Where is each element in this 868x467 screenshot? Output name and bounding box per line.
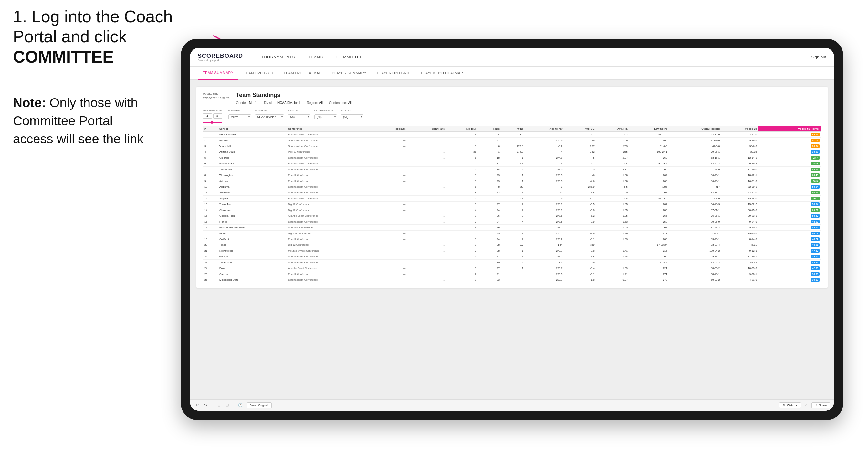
cell-conference: Atlantic Coast Conference (286, 161, 370, 167)
clock-icon[interactable]: 🕐 (237, 402, 244, 409)
cell-avg-rd: 268 (596, 196, 629, 201)
cell-wins: 1 (501, 178, 525, 184)
sub-nav-player-h2h-heatmap[interactable]: PLAYER H2H HEATMAP (416, 66, 468, 80)
cell-adj-score: 279.5 (525, 271, 564, 277)
division-select[interactable]: NCAA Division I (255, 114, 284, 120)
cell-no-tour: 8 (446, 144, 478, 149)
table-row: 18 Illinois Big Ten Conference — 1 8 23 … (203, 230, 821, 237)
cell-avg-rd: 1.53 (596, 237, 629, 242)
cell-overall-record: 33-38-4 (669, 242, 722, 248)
copy-icon[interactable]: ⊞ (215, 402, 222, 409)
logo-text: SCOREBOARD (198, 53, 243, 59)
cell-avg-sg: -3.8 (564, 190, 596, 196)
cell-conf-rank: 1 (407, 230, 446, 237)
col-reg-rank: Reg Rank (370, 126, 407, 132)
cell-rank: 23 (203, 260, 218, 266)
cell-reg-rank: — (370, 155, 407, 161)
sub-nav-team-h2h-heatmap[interactable]: TEAM H2H HEATMAP (278, 66, 327, 80)
cell-reg-rank: — (370, 132, 407, 137)
view-original-button[interactable]: View: Original (247, 402, 272, 408)
cell-reg-rank: — (370, 196, 407, 201)
card-title: Team Standings (236, 92, 821, 98)
cell-rnds: 24 (478, 237, 501, 242)
cell-vs-top50: 30.98 (758, 149, 821, 155)
paste-icon[interactable]: ⊟ (224, 402, 230, 409)
undo-icon[interactable]: ↩ (194, 402, 200, 409)
cell-reg-rank: — (370, 248, 407, 254)
cell-school: Virginia (218, 196, 286, 201)
cell-school: Washington (218, 173, 286, 178)
cell-adj-score: 278.1 (525, 225, 564, 230)
school-select[interactable]: (All) (341, 114, 364, 120)
watch-button[interactable]: 👁 Watch ▾ (779, 402, 801, 408)
cell-rank: 25 (203, 271, 218, 277)
cell-wins: 23 (501, 184, 525, 190)
cell-conf-rank: 1 (407, 242, 446, 248)
cell-school: Georgia Tech (218, 213, 286, 219)
cell-school: Arkansas (218, 190, 286, 196)
cell-vs-top25: 72-30-1 (721, 184, 758, 190)
cell-wins (501, 271, 525, 277)
toolbar-icons-left: ↩ ↪ ⊞ ⊟ 🕐 (194, 402, 244, 409)
cell-conference: Southeastern Conference (286, 184, 370, 190)
cell-overall-record: 217 (669, 184, 722, 190)
table-row: 19 California Pac-12 Conference — 1 8 24… (203, 237, 821, 242)
tablet-device: SCOREBOARD Powered by clippd TOURNAMENTS… (181, 39, 843, 420)
min-rou-input-2[interactable] (213, 113, 222, 119)
cell-no-tour: 8 (446, 178, 478, 184)
cell-reg-rank: — (370, 260, 407, 266)
cell-overall-record: 42-0-0 (669, 144, 722, 149)
table-header: # School Conference Reg Rank Conf Rank N… (203, 126, 821, 132)
col-no-tour: No Tour (446, 126, 478, 132)
nav-tournaments[interactable]: TOURNAMENTS (254, 48, 302, 66)
cell-rnds: 28 (478, 242, 501, 248)
cell-no-tour: 8 (446, 173, 478, 178)
redo-icon[interactable]: ↪ (202, 402, 209, 409)
cell-school: Georgia (218, 254, 286, 260)
cell-vs-top25: 15-32-2 (721, 201, 758, 207)
col-school: School (218, 126, 286, 132)
sub-nav-player-summary[interactable]: PLAYER SUMMARY (327, 66, 371, 80)
cell-conference: Southeastern Conference (286, 144, 370, 149)
col-overall-record: Overall Record (669, 126, 722, 132)
min-rou-input-1[interactable] (203, 113, 212, 119)
cell-adj-score: 3 (525, 184, 564, 190)
cell-overall-record: 83-25-1 (669, 237, 722, 242)
conference-select[interactable]: (All) (314, 114, 337, 120)
cell-low-score: 83-15-0 (629, 196, 669, 201)
cell-vs-top25: 35-14-0 (721, 196, 758, 201)
share-button[interactable]: ↗ Share (811, 402, 830, 408)
table-row: 1 North Carolina Atlantic Coast Conferen… (203, 132, 821, 137)
cell-vs-top50: 58.94 (758, 201, 821, 207)
region-select[interactable]: N/A (288, 114, 310, 120)
sub-nav-team-h2h-grid[interactable]: TEAM H2H GRID (239, 66, 278, 80)
cell-rank: 13 (203, 201, 218, 207)
cell-adj-score: -4 (525, 149, 564, 155)
cell-avg-rd: 2.11 (596, 167, 629, 173)
cell-wins: 1 (501, 173, 525, 178)
main-content: Update time: 27/03/2024 16:56:26 Team St… (190, 80, 834, 399)
cell-avg-rd: 1.63 (596, 219, 629, 225)
cell-overall-record: 90-33-2 (669, 266, 722, 271)
table-row: 8 Washington Pac-12 Conference — 1 8 23 … (203, 173, 821, 178)
sub-nav: TEAM SUMMARY TEAM H2H GRID TEAM H2H HEAT… (190, 66, 834, 80)
nav-teams[interactable]: TEAMS (302, 48, 330, 66)
cell-no-tour: 6 (446, 184, 478, 190)
nav-items: TOURNAMENTS TEAMS COMMITTEE (254, 48, 531, 66)
cell-overall-record: 109-24-2 (669, 248, 722, 254)
cell-no-tour: 8 (446, 230, 478, 237)
cell-conference: Southeastern Conference (286, 277, 370, 283)
slider-thumb[interactable] (211, 121, 213, 124)
sub-nav-player-h2h-grid[interactable]: PLAYER H2H GRID (372, 66, 416, 80)
nav-committee[interactable]: COMMITTEE (330, 48, 370, 66)
expand-icon[interactable]: ⤢ (803, 402, 809, 409)
cell-vs-top50: 87.21 (758, 137, 821, 144)
cell-overall-record: 87-21-2 (669, 225, 722, 230)
cell-wins: 5 (501, 225, 525, 230)
cell-conf-rank: 1 (407, 237, 446, 242)
cell-vs-top50: 38.54 (758, 254, 821, 260)
gender-select[interactable]: Men's (228, 114, 251, 120)
sub-nav-team-summary[interactable]: TEAM SUMMARY (198, 66, 239, 80)
col-conf-rank: Conf Rank (407, 126, 446, 132)
sign-out-button[interactable]: Sign out (807, 55, 826, 59)
